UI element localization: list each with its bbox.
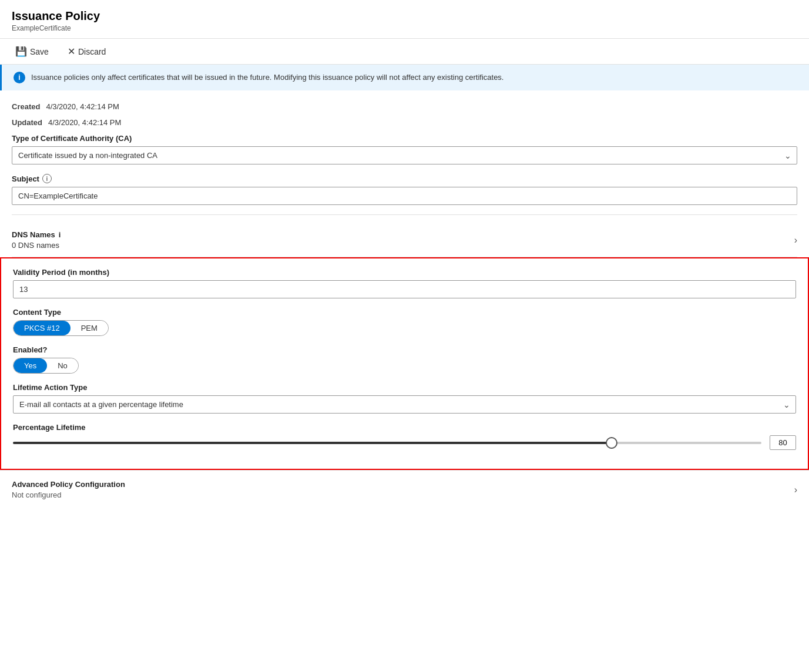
- enabled-no-button[interactable]: No: [47, 358, 78, 373]
- enabled-toggle: Yes No: [13, 358, 79, 374]
- lifetime-action-field: Lifetime Action Type E-mail all contacts…: [13, 383, 796, 414]
- info-banner: i Issuance policies only affect certific…: [0, 65, 809, 90]
- save-button[interactable]: 💾 Save: [12, 43, 52, 59]
- lifetime-action-label: Lifetime Action Type: [13, 383, 796, 392]
- percentage-slider-track[interactable]: [13, 442, 761, 444]
- page-header: Issuance Policy ExampleCertificate: [0, 0, 809, 39]
- toolbar: 💾 Save ✕ Discard: [0, 39, 809, 65]
- lifetime-action-select[interactable]: E-mail all contacts at a given percentag…: [13, 395, 796, 414]
- ca-type-dropdown-wrapper: Certificate issued by a non-integrated C…: [12, 146, 797, 164]
- advanced-chevron-right-icon: ›: [794, 485, 797, 495]
- validity-field: Validity Period (in months): [13, 268, 796, 298]
- advanced-left: Advanced Policy Configuration Not config…: [12, 480, 125, 499]
- advanced-title: Advanced Policy Configuration: [12, 480, 125, 489]
- discard-button[interactable]: ✕ Discard: [64, 43, 109, 59]
- updated-row: Updated 4/3/2020, 4:42:14 PM: [12, 118, 797, 127]
- dns-left: DNS Names i 0 DNS names: [12, 230, 61, 250]
- info-icon: i: [14, 72, 25, 83]
- created-value: 4/3/2020, 4:42:14 PM: [46, 102, 119, 111]
- advanced-value: Not configured: [12, 490, 125, 499]
- banner-text: Issuance policies only affect certificat…: [31, 72, 503, 83]
- dns-count: 0 DNS names: [12, 241, 61, 250]
- dns-names-label: DNS Names: [12, 230, 55, 239]
- percentage-value-box: 80: [770, 435, 796, 450]
- advanced-policy-row[interactable]: Advanced Policy Configuration Not config…: [0, 470, 809, 509]
- divider-1: [12, 214, 797, 215]
- enabled-yes-button[interactable]: Yes: [14, 358, 47, 373]
- slider-container: 80: [13, 435, 796, 450]
- enabled-label: Enabled?: [13, 345, 796, 354]
- validity-input[interactable]: [13, 280, 796, 298]
- highlighted-section: Validity Period (in months) Content Type…: [0, 257, 809, 470]
- subject-label: Subject i: [12, 174, 797, 183]
- ca-type-select[interactable]: Certificate issued by a non-integrated C…: [12, 146, 797, 164]
- validity-label: Validity Period (in months): [13, 268, 796, 277]
- subject-info-icon[interactable]: i: [42, 174, 52, 183]
- created-row: Created 4/3/2020, 4:42:14 PM: [12, 102, 797, 111]
- page-title: Issuance Policy: [12, 9, 797, 23]
- subject-input[interactable]: [12, 187, 797, 205]
- subject-field: Subject i: [12, 174, 797, 205]
- dns-names-row[interactable]: DNS Names i 0 DNS names ›: [12, 223, 797, 257]
- content-type-pkcs12-button[interactable]: PKCS #12: [14, 321, 71, 335]
- percentage-lifetime-field: Percentage Lifetime 80: [13, 423, 796, 450]
- lifetime-action-dropdown-wrapper: E-mail all contacts at a given percentag…: [13, 395, 796, 414]
- updated-label: Updated: [12, 118, 42, 127]
- content-type-toggle: PKCS #12 PEM: [13, 320, 109, 336]
- enabled-field: Enabled? Yes No: [13, 345, 796, 374]
- updated-value: 4/3/2020, 4:42:14 PM: [48, 118, 121, 127]
- content-type-field: Content Type PKCS #12 PEM: [13, 308, 796, 336]
- ca-type-field: Type of Certificate Authority (CA) Certi…: [12, 134, 797, 164]
- page-subtitle: ExampleCertificate: [12, 24, 797, 32]
- ca-type-label: Type of Certificate Authority (CA): [12, 134, 797, 143]
- percentage-lifetime-label: Percentage Lifetime: [13, 423, 796, 432]
- save-icon: 💾: [15, 46, 27, 57]
- content-type-pem-button[interactable]: PEM: [71, 321, 108, 335]
- dns-label-row: DNS Names i: [12, 230, 61, 239]
- form-body: Created 4/3/2020, 4:42:14 PM Updated 4/3…: [0, 90, 809, 257]
- percentage-slider-thumb[interactable]: [606, 437, 617, 449]
- discard-icon: ✕: [68, 46, 75, 57]
- dns-info-icon[interactable]: i: [59, 230, 61, 239]
- content-type-label: Content Type: [13, 308, 796, 317]
- created-label: Created: [12, 102, 40, 111]
- dns-chevron-right-icon: ›: [794, 235, 797, 246]
